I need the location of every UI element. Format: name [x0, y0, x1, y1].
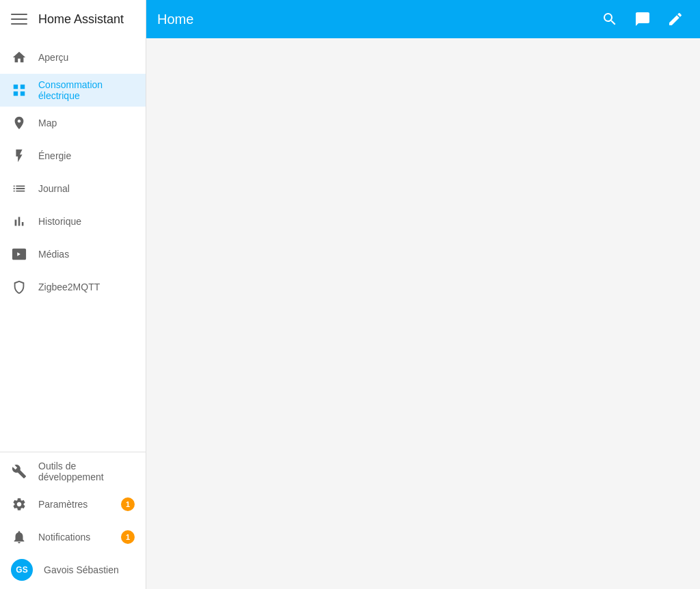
sidebar-item-map[interactable]: Map	[0, 107, 146, 139]
svg-rect-2	[11, 23, 27, 25]
user-name: Gavois Sébastien	[44, 564, 119, 575]
flash-icon	[11, 148, 27, 164]
sidebar-item-journal[interactable]: Journal	[0, 172, 146, 205]
sidebar-item-zigbee[interactable]: Zigbee2MQTT	[0, 271, 146, 303]
gear-icon	[11, 496, 27, 512]
sidebar-item-apercu[interactable]: Aperçu	[0, 41, 146, 74]
list-icon	[11, 180, 27, 197]
sidebar-item-notifications[interactable]: Notifications 1	[0, 521, 146, 553]
sidebar-label-consommation: Consommation électrique	[38, 79, 135, 101]
svg-rect-1	[11, 18, 27, 20]
edit-button[interactable]	[662, 5, 689, 33]
sidebar-item-outils[interactable]: Outils de développement	[0, 455, 146, 488]
sidebar-header: Home Assistant	[0, 0, 146, 38]
sidebar-item-energie[interactable]: Énergie	[0, 139, 146, 172]
grid-icon	[11, 82, 27, 98]
svg-rect-0	[11, 14, 27, 15]
sidebar-item-parametres[interactable]: Paramètres 1	[0, 488, 146, 521]
sidebar-item-medias[interactable]: Médias	[0, 238, 146, 271]
sidebar-label-notifications: Notifications	[38, 532, 90, 543]
sidebar-nav: Aperçu Consommation électrique Map	[0, 38, 146, 452]
notifications-badge: 1	[121, 530, 135, 544]
avatar: GS	[11, 559, 33, 581]
sidebar-label-journal: Journal	[38, 183, 70, 194]
wrench-icon	[11, 463, 27, 480]
sidebar-item-user[interactable]: GS Gavois Sébastien	[0, 553, 146, 586]
person-pin-icon	[11, 115, 27, 131]
home-icon	[11, 49, 27, 66]
sidebar-label-zigbee: Zigbee2MQTT	[38, 282, 100, 292]
sidebar-label-outils: Outils de développement	[38, 461, 135, 482]
play-box-icon	[11, 246, 27, 262]
chat-button[interactable]	[629, 5, 656, 33]
sidebar-label-energie: Énergie	[38, 150, 71, 161]
bar-chart-icon	[11, 213, 27, 230]
shield-icon	[11, 279, 27, 295]
main-content	[146, 38, 700, 589]
sidebar-label-historique: Historique	[38, 216, 81, 227]
sidebar-label-map: Map	[38, 118, 57, 128]
main-area: Home	[146, 0, 700, 589]
sidebar-label-apercu: Aperçu	[38, 52, 68, 63]
sidebar-item-historique[interactable]: Historique	[0, 205, 146, 238]
sidebar-label-parametres: Paramètres	[38, 499, 88, 510]
bell-icon	[11, 529, 27, 545]
sidebar-item-consommation[interactable]: Consommation électrique	[0, 74, 146, 107]
parametres-badge: 1	[121, 497, 135, 511]
sidebar-label-medias: Médias	[38, 249, 69, 260]
menu-toggle-button[interactable]	[8, 8, 30, 30]
sidebar-bottom: Outils de développement Paramètres 1 Not…	[0, 452, 146, 589]
sidebar: Home Assistant Aperçu Consommation élect…	[0, 0, 146, 589]
app-title: Home Assistant	[38, 12, 124, 27]
topbar-title: Home	[157, 12, 591, 27]
topbar: Home	[146, 0, 700, 38]
search-button[interactable]	[596, 5, 623, 33]
